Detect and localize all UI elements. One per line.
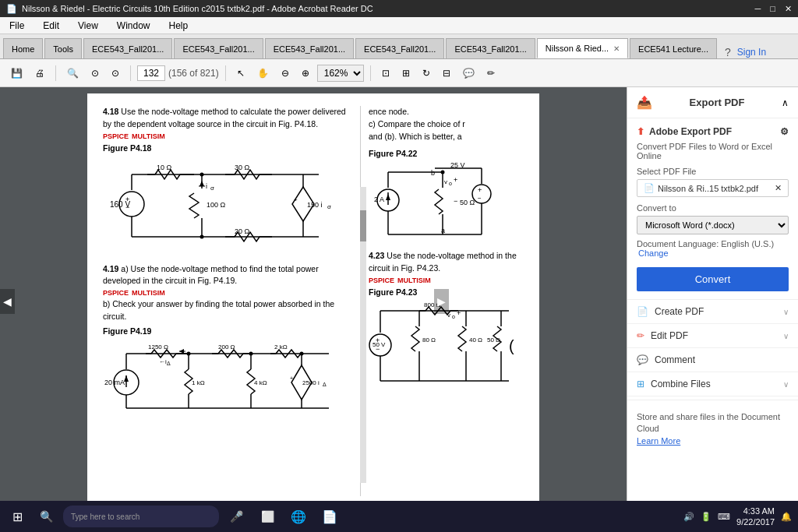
rotate-button[interactable]: ↻	[418, 65, 435, 82]
file-name: Nilsson & Ri..15 txtbk2.pdf	[658, 184, 758, 193]
pdf-content[interactable]: ◀ 4.18 Use the node-voltage method to ca…	[0, 87, 627, 515]
tools-extra-button[interactable]: ⊟	[438, 65, 455, 82]
tab-close-icon[interactable]: ✕	[613, 44, 620, 53]
share-button[interactable]: ✏	[482, 65, 500, 82]
prev-page-arrow[interactable]: ◀	[0, 289, 15, 314]
minimize-button[interactable]: ─	[755, 4, 761, 14]
clock-date: 9/22/2017	[736, 516, 775, 527]
comment-label: Comment	[655, 354, 789, 365]
taskbar-search[interactable]: 🔍	[32, 502, 60, 530]
file-close-icon[interactable]: ✕	[775, 183, 782, 193]
maximize-button[interactable]: □	[770, 4, 775, 14]
taskbar-taskview[interactable]: ⬜	[253, 502, 281, 530]
help-button[interactable]: ?	[725, 46, 731, 58]
sign-in-button[interactable]: Sign In	[737, 47, 766, 58]
menu-file[interactable]: File	[6, 19, 27, 33]
svg-text:v: v	[444, 178, 447, 185]
close-button[interactable]: ✕	[785, 4, 792, 14]
circuit-423-svg: 800 Ω v o + 80 Ω	[373, 303, 521, 389]
edit-pdf-arrow[interactable]: ∨	[783, 332, 789, 340]
fit-page-button[interactable]: ⊡	[377, 65, 394, 82]
zoom-in-button[interactable]: ⊕	[297, 65, 314, 82]
circuit-419: 20 mA 1250 Ω ←i Δ	[103, 342, 348, 421]
menu-view[interactable]: View	[75, 19, 101, 33]
learn-more-link[interactable]: Learn More	[637, 436, 680, 446]
problem-418-text: Use the node-voltage method to calculate…	[103, 107, 346, 129]
menu-edit[interactable]: Edit	[40, 19, 62, 33]
taskbar-keyboard[interactable]: ⌨	[718, 512, 730, 522]
fit-width-button[interactable]: ⊞	[397, 65, 415, 82]
combine-arrow[interactable]: ∨	[783, 380, 789, 389]
zoom-out-button[interactable]: ⊖	[277, 65, 294, 82]
tab-tools[interactable]: Tools	[44, 38, 82, 58]
circuit-422-svg: 25 V b + −	[373, 164, 521, 242]
taskbar-acrobat[interactable]: 📄	[316, 502, 344, 530]
figure-p418-label: Figure P4.18	[103, 143, 348, 153]
tab-ece543-1[interactable]: ECE543_Fall201...	[83, 38, 172, 58]
file-badge[interactable]: 📄 Nilsson & Ri..15 txtbk2.pdf ✕	[637, 179, 789, 197]
doc-language-label: Document Language:	[637, 239, 719, 248]
page-count: (156 of 821)	[168, 68, 219, 79]
panel-collapse-icon[interactable]: ∧	[782, 97, 789, 108]
create-pdf-arrow[interactable]: ∨	[783, 308, 789, 316]
svg-text:o: o	[449, 181, 452, 186]
nav-prev-button[interactable]: ⊙	[87, 65, 104, 82]
next-page-arrow[interactable]: ▶	[434, 289, 449, 314]
comment-action[interactable]: 💬 Comment	[627, 348, 798, 372]
svg-text:50 Ω: 50 Ω	[487, 336, 500, 344]
edit-pdf-action[interactable]: ✏ Edit PDF ∨	[627, 324, 798, 348]
taskbar-edge[interactable]: 🌐	[284, 502, 312, 530]
adobe-export-title: Adobe Export PDF	[649, 126, 732, 137]
tab-nilsson[interactable]: Nilsson & Ried... ✕	[537, 38, 628, 58]
multisim-423: MULTISIM	[397, 277, 431, 284]
taskbar-volume[interactable]: 🔊	[683, 512, 694, 522]
tab-ece543-4[interactable]: ECE543_Fall201...	[355, 38, 444, 58]
figure-p419-label: Figure P4.19	[103, 326, 348, 336]
problem-423-number: 4.23	[369, 251, 384, 260]
convert-button[interactable]: Convert	[637, 267, 789, 291]
hand-tool[interactable]: ✋	[252, 65, 274, 82]
change-language-link[interactable]: Change	[638, 248, 669, 258]
taskbar-cortana[interactable]: 🎤	[222, 502, 250, 530]
svg-text:4 kΩ: 4 kΩ	[254, 379, 267, 386]
window-title: Nilsson & Riedel - Electric Circuits 10t…	[22, 4, 373, 13]
create-pdf-action[interactable]: 📄 Create PDF ∨	[627, 300, 798, 324]
tab-ece543-5[interactable]: ECE543_Fall201...	[446, 38, 535, 58]
start-button[interactable]: ⊞	[6, 506, 29, 527]
store-text: Store and share files in the Document Cl…	[627, 403, 798, 455]
svg-text:σ: σ	[210, 185, 214, 192]
cursor-tool[interactable]: ↖	[232, 65, 249, 82]
menu-help[interactable]: Help	[166, 19, 192, 33]
tab-ece541[interactable]: ECE541 Lecture...	[630, 38, 717, 58]
taskbar-notification[interactable]: 🔔	[781, 512, 792, 522]
zoom-select[interactable]: 162% 100% 150%	[317, 65, 364, 82]
combine-files-action[interactable]: ⊞ Combine Files ∨	[627, 372, 798, 396]
page-number-input[interactable]	[137, 65, 165, 81]
convert-format-select[interactable]: Microsoft Word (*.docx)	[637, 216, 789, 234]
comment-button[interactable]: 💬	[458, 65, 479, 82]
circuit-423: 800 Ω v o + 80 Ω	[369, 303, 524, 390]
tab-ece543-2[interactable]: ECE543_Fall201...	[174, 38, 263, 58]
tab-home[interactable]: Home	[3, 38, 43, 58]
combine-label: Combine Files	[651, 379, 777, 389]
search-placeholder[interactable]: Type here to search	[71, 513, 139, 521]
svg-text:Δ: Δ	[323, 382, 327, 387]
taskbar-battery[interactable]: 🔋	[701, 512, 711, 522]
svg-text:1 kΩ: 1 kΩ	[192, 379, 205, 386]
multisim-418: MULTISIM	[132, 132, 165, 140]
search-button[interactable]: 🔍	[62, 65, 83, 82]
circuit-422: 25 V b + −	[369, 164, 524, 244]
adobe-settings-icon[interactable]: ⚙	[780, 126, 789, 137]
svg-text:−: −	[478, 195, 482, 202]
save-button[interactable]: 💾	[6, 65, 27, 82]
nav-next-button[interactable]: ⊙	[107, 65, 124, 82]
file-icon: 📄	[644, 183, 655, 193]
comment-icon: 💬	[637, 354, 648, 365]
taskbar-right: 🔊 🔋 ⌨ 4:33 AM 9/22/2017 🔔	[683, 506, 792, 528]
menu-window[interactable]: Window	[114, 19, 154, 33]
tab-ece543-3[interactable]: ECE543_Fall201...	[265, 38, 354, 58]
svg-text:25 V: 25 V	[450, 161, 465, 169]
taskbar-clock[interactable]: 4:33 AM 9/22/2017	[736, 506, 775, 528]
print-button[interactable]: 🖨	[30, 65, 49, 82]
svg-text:b: b	[431, 169, 435, 177]
